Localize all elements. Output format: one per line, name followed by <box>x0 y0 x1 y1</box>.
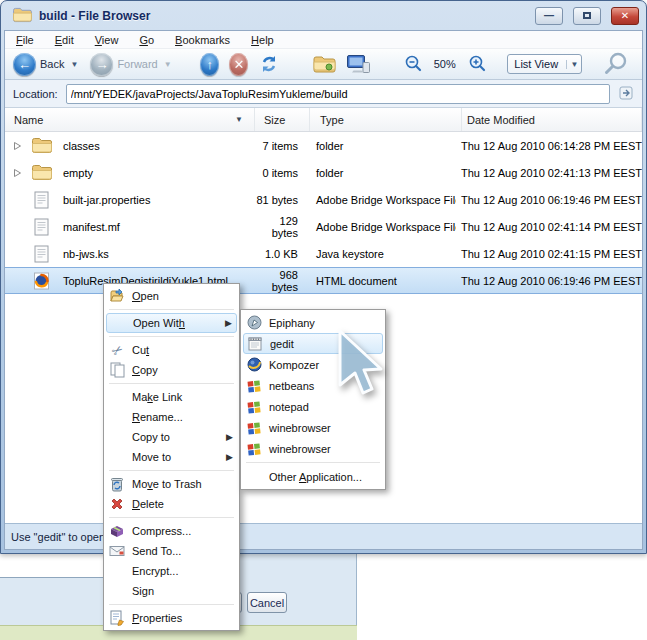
menu-separator <box>109 309 234 310</box>
view-mode-select[interactable]: List View ▼ <box>507 54 582 74</box>
file-size: 968 bytes <box>252 269 306 293</box>
file-name-cell: built-jar.properties <box>5 191 252 209</box>
computer-button[interactable] <box>346 54 371 74</box>
submenu-arrow-icon: ▶ <box>226 452 233 462</box>
window-title: build - File Browser <box>39 9 525 23</box>
menu-item-other-application[interactable]: Other Application... <box>241 466 385 487</box>
zoom-level: 50% <box>434 58 456 70</box>
maximize-button[interactable] <box>573 7 601 25</box>
submenu-arrow-icon: ▶ <box>225 318 232 328</box>
menu-separator <box>109 517 234 518</box>
menu-item-send-to[interactable]: Send To... <box>104 541 239 561</box>
text-file-icon <box>27 218 55 236</box>
copy-icon <box>107 362 127 378</box>
menu-item-open-with[interactable]: Open With▶ <box>106 313 237 333</box>
column-headers: Name ▼ Size Type Date Modified <box>5 108 642 132</box>
menu-separator <box>109 604 234 605</box>
menu-item-copy-to[interactable]: Copy to▶ <box>104 427 239 447</box>
wine-app-icon <box>244 442 264 456</box>
back-dropdown-arrow[interactable]: ▼ <box>70 60 78 69</box>
menubar-item-bookmarks[interactable]: Bookmarks <box>175 34 230 46</box>
menu-item-move-to-trash[interactable]: Move to Trash <box>104 474 239 494</box>
zoom-in-button[interactable] <box>467 54 487 74</box>
menu-item-winebrowser[interactable]: winebrowser <box>241 417 385 438</box>
menu-separator <box>109 470 234 471</box>
location-jump-icon[interactable] <box>618 85 634 103</box>
column-header-size[interactable]: Size <box>255 108 310 131</box>
cancel-button[interactable]: Cancel <box>247 592 287 613</box>
text-file-icon <box>27 191 55 209</box>
menu-item-label: notepad <box>269 401 374 413</box>
menu-item-cut[interactable]: ✂Cut <box>104 340 239 360</box>
back-button[interactable]: ← Back ▼ <box>13 53 80 76</box>
menu-item-make-link[interactable]: Make Link <box>104 387 239 407</box>
search-button[interactable] <box>603 51 629 77</box>
toolbar: ← Back ▼ → Forward ▼ ↑ ✕ <box>5 49 642 80</box>
menu-item-open[interactable]: Open <box>104 286 239 306</box>
expander-icon[interactable] <box>13 141 27 151</box>
wine-app-icon <box>244 379 264 393</box>
file-row-classes[interactable]: classes7 itemsfolderThu 12 Aug 2010 06:1… <box>5 132 642 159</box>
menu-item-sign[interactable]: Sign <box>104 581 239 601</box>
view-mode-value: List View <box>508 58 566 70</box>
column-header-type[interactable]: Type <box>310 108 462 131</box>
context-menu: OpenOpen With▶✂CutCopyMake LinkRename...… <box>103 283 240 631</box>
menu-item-copy[interactable]: Copy <box>104 360 239 380</box>
menu-item-label: winebrowser <box>269 443 374 455</box>
up-button[interactable]: ↑ <box>200 53 219 76</box>
file-name-cell: nb-jws.ks <box>5 245 252 263</box>
menu-item-delete[interactable]: Delete <box>104 494 239 514</box>
title-bar[interactable]: build - File Browser — ✕ <box>1 1 646 30</box>
compress-icon <box>107 524 127 538</box>
folder-icon <box>27 137 55 154</box>
minimize-button[interactable]: — <box>535 7 563 25</box>
kompozer-icon <box>244 357 264 372</box>
menu-item-label: Copy <box>132 364 228 376</box>
column-header-name[interactable]: Name ▼ <box>5 108 255 131</box>
menu-item-winebrowser[interactable]: winebrowser <box>241 438 385 459</box>
file-size: 81 bytes <box>252 194 306 206</box>
file-row-built-jar-properties[interactable]: built-jar.properties81 bytesAdobe Bridge… <box>5 186 642 213</box>
open-icon <box>107 288 127 304</box>
stop-button[interactable]: ✕ <box>229 53 248 76</box>
menubar-item-go[interactable]: Go <box>139 34 154 46</box>
home-folder-button[interactable] <box>312 55 336 74</box>
refresh-button[interactable] <box>258 53 280 75</box>
column-header-date-modified[interactable]: Date Modified <box>462 108 642 131</box>
submenu-arrow-icon: ▶ <box>226 432 233 442</box>
menubar-item-edit[interactable]: Edit <box>55 34 74 46</box>
location-label: Location: <box>13 88 58 100</box>
menubar-item-view[interactable]: View <box>95 34 119 46</box>
forward-button[interactable]: → Forward ▼ <box>90 53 173 76</box>
file-row-manifest-mf[interactable]: manifest.mf129 bytesAdobe Bridge Workspa… <box>5 213 642 240</box>
menu-item-label: Copy to <box>132 431 221 443</box>
window-folder-icon <box>12 7 32 25</box>
menu-item-label: Move to Trash <box>132 478 228 490</box>
menu-item-move-to[interactable]: Move to▶ <box>104 447 239 467</box>
menu-item-label: Encrypt... <box>132 565 228 577</box>
file-modified: Thu 12 Aug 2010 02:41:14 PM EEST <box>456 221 642 233</box>
expander-icon[interactable] <box>13 168 27 178</box>
zoom-out-button[interactable] <box>403 54 423 74</box>
menu-separator <box>109 336 234 337</box>
menubar-item-help[interactable]: Help <box>251 34 274 46</box>
file-row-empty[interactable]: empty0 itemsfolderThu 12 Aug 2010 02:41:… <box>5 159 642 186</box>
file-name: classes <box>63 140 100 152</box>
file-row-nb-jws-ks[interactable]: nb-jws.ks1.0 KBJava keystoreThu 12 Aug 2… <box>5 240 642 267</box>
file-type: Java keystore <box>306 248 456 260</box>
menu-item-rename[interactable]: Rename... <box>104 407 239 427</box>
menu-item-label: Make Link <box>132 391 228 403</box>
menu-item-label: Cut <box>132 344 228 356</box>
location-bar: Location: <box>5 80 642 108</box>
epiphany-icon <box>244 315 264 330</box>
forward-dropdown-arrow[interactable]: ▼ <box>164 60 172 69</box>
file-row-topluresimdegistirildiyukle1-html[interactable]: TopluResimDegistirildiYukle1.html968 byt… <box>5 267 642 294</box>
menu-item-properties[interactable]: Properties <box>104 608 239 628</box>
file-size: 1.0 KB <box>252 248 306 260</box>
file-name: built-jar.properties <box>63 194 150 206</box>
menubar-item-file[interactable]: File <box>16 34 34 46</box>
menu-item-compress[interactable]: Compress... <box>104 521 239 541</box>
menu-item-encrypt[interactable]: Encrypt... <box>104 561 239 581</box>
location-input[interactable] <box>66 84 610 104</box>
close-button[interactable]: ✕ <box>611 7 639 25</box>
